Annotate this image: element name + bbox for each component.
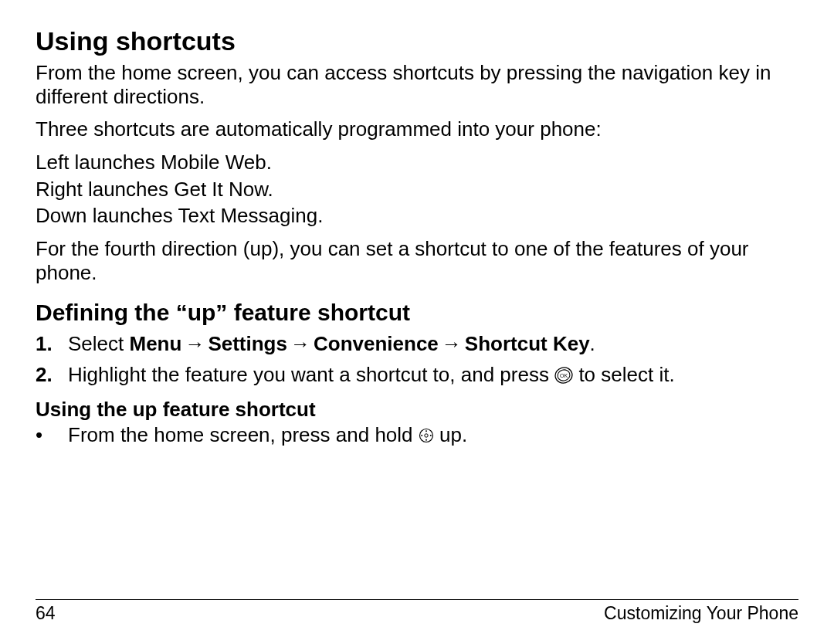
intro-paragraph-2: Three shortcuts are automatically progra… (36, 117, 798, 141)
svg-text:OK: OK (560, 373, 568, 378)
shortcut-down: Down launches Text Messaging. (36, 204, 798, 228)
svg-point-4 (425, 434, 428, 437)
svg-point-8 (430, 435, 432, 436)
step-number: 1. (36, 332, 68, 356)
period: . (590, 332, 595, 355)
menu-path-settings: Settings (208, 332, 287, 355)
page-footer: 64 Customizing Your Phone (36, 599, 798, 624)
step-1: 1. Select Menu→Settings→Convenience→Shor… (36, 332, 798, 356)
step-1-text: Select Menu→Settings→Convenience→Shortcu… (68, 332, 595, 356)
arrow-icon: → (181, 332, 208, 355)
section-heading: Using shortcuts (36, 26, 798, 56)
svg-point-7 (421, 435, 422, 436)
svg-point-6 (425, 439, 427, 441)
menu-path-menu: Menu (130, 332, 182, 355)
step-2: 2. Highlight the feature you want a shor… (36, 363, 798, 390)
manual-page: Using shortcuts From the home screen, yo… (0, 0, 834, 644)
footer-section-title: Customizing Your Phone (604, 603, 798, 624)
ok-button-icon: OK (554, 366, 573, 390)
svg-point-5 (425, 430, 427, 432)
footer-rule (36, 599, 798, 600)
defining-subheading: Defining the “up” feature shortcut (36, 300, 798, 326)
arrow-icon: → (439, 332, 465, 355)
using-subheading: Using the up feature shortcut (36, 398, 798, 422)
intro-paragraph-1: From the home screen, you can access sho… (36, 61, 798, 108)
step-number: 2. (36, 363, 68, 387)
step-2-before: Highlight the feature you want a shortcu… (68, 363, 554, 386)
bullet-after: up. (439, 423, 467, 446)
shortcut-left: Left launches Mobile Web. (36, 151, 798, 175)
step-2-text: Highlight the feature you want a shortcu… (68, 363, 675, 390)
bullet-before: From the home screen, press and hold (68, 423, 419, 446)
bullet-item: • From the home screen, press and hold u… (36, 423, 798, 449)
bullet-list: • From the home screen, press and hold u… (36, 423, 798, 449)
menu-path-convenience: Convenience (314, 332, 439, 355)
step-2-after: to select it. (578, 363, 674, 386)
navigation-key-icon (419, 425, 434, 449)
page-number: 64 (36, 603, 56, 624)
fourth-direction-note: For the fourth direction (up), you can s… (36, 237, 798, 284)
menu-path-shortcut-key: Shortcut Key (465, 332, 590, 355)
bullet-text: From the home screen, press and hold up. (68, 423, 467, 449)
bullet-dot: • (36, 423, 68, 447)
shortcut-right: Right launches Get It Now. (36, 178, 798, 202)
steps-list: 1. Select Menu→Settings→Convenience→Shor… (36, 332, 798, 389)
arrow-icon: → (287, 332, 314, 355)
step-1-prefix: Select (68, 332, 130, 355)
